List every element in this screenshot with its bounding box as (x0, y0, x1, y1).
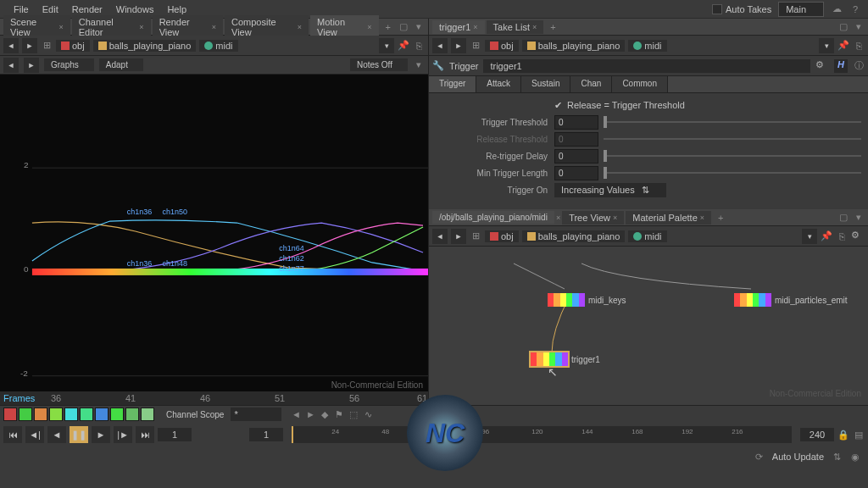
updown-icon[interactable]: ⇅ (831, 451, 843, 463)
end-frame-input[interactable]: 240 (800, 428, 834, 441)
menu-file[interactable]: File (7, 4, 36, 14)
node-midi-keys[interactable]: midi_keys (548, 293, 626, 307)
path-node[interactable]: midi (199, 40, 237, 52)
maximize-icon[interactable]: ▢ (398, 21, 409, 33)
close-icon[interactable]: × (139, 23, 143, 31)
adapt-dropdown[interactable]: Adapt (99, 58, 143, 71)
pin-icon[interactable]: 📌 (821, 230, 832, 242)
add-tab-button[interactable]: + (381, 20, 396, 34)
timeline-cursor[interactable] (292, 426, 293, 443)
take-dropdown[interactable]: Main (778, 2, 824, 17)
path-node[interactable]: midi (628, 230, 666, 242)
param-tab-sustain[interactable]: Sustain (521, 76, 570, 92)
menu-windows[interactable]: Windows (109, 4, 161, 14)
menu-icon[interactable]: ▾ (853, 21, 865, 33)
node-path-label[interactable]: /obj/balls_playing_piano/midi (432, 211, 554, 224)
tab-trigger1[interactable]: trigger1× (432, 20, 485, 34)
help-h-icon[interactable]: H (834, 59, 848, 73)
gear-icon[interactable]: ⚙ (851, 230, 865, 243)
color-button[interactable] (19, 408, 32, 421)
param-tab-chan[interactable]: Chan (570, 76, 612, 92)
path-dropdown-button[interactable]: ▾ (802, 229, 817, 244)
color-button[interactable] (34, 408, 47, 421)
refresh-icon[interactable]: ⟳ (754, 451, 765, 463)
nav-back-button[interactable]: ◄ (3, 38, 19, 53)
next-button[interactable]: ► (24, 58, 39, 73)
graph-menu-icon[interactable]: ▾ (413, 59, 425, 71)
tab-material-palette[interactable]: Material Palette× (626, 211, 711, 225)
help-icon[interactable]: ? (849, 3, 861, 15)
param-tab-trigger[interactable]: Trigger (429, 76, 476, 92)
min-trigger-length-input[interactable]: 0 (554, 166, 598, 180)
retrigger-delay-input[interactable]: 0 (554, 149, 598, 164)
path-dropdown-button[interactable]: ▾ (379, 38, 394, 53)
graphs-dropdown[interactable]: Graphs (44, 58, 94, 71)
add-tab-button[interactable]: + (713, 211, 728, 225)
release-eq-toggle[interactable]: ✔ Release = Trigger Threshold (429, 97, 868, 114)
path-scene[interactable]: balls_playing_piano (522, 230, 626, 242)
color-button[interactable] (64, 408, 78, 421)
play-forward-button[interactable]: ► (92, 426, 110, 443)
close-icon[interactable]: × (367, 23, 371, 31)
maximize-icon[interactable]: ▢ (837, 212, 849, 224)
notes-dropdown[interactable]: Notes Off (350, 58, 408, 71)
node-midi-particles-emit[interactable]: midi_particles_emit (734, 293, 848, 307)
graph-area[interactable]: 2 0 -2 ch1n36 ch1n50 (0, 75, 428, 405)
color-button[interactable] (95, 408, 108, 421)
close-icon[interactable]: × (613, 214, 617, 222)
menu-help[interactable]: Help (160, 4, 193, 14)
node-view[interactable]: midi_keys midi_particles_emit trigger1 ↖… (429, 247, 868, 405)
network-icon[interactable]: ⊞ (470, 230, 481, 242)
brain-icon[interactable]: ◉ (849, 451, 861, 463)
add-tab-button[interactable]: + (545, 20, 560, 34)
auto-takes-toggle[interactable]: Auto Takes (712, 4, 771, 14)
retrigger-delay-slider[interactable] (604, 151, 861, 161)
next-key-button[interactable]: |► (114, 426, 132, 443)
menu-icon[interactable]: ▾ (413, 21, 425, 33)
trigger-threshold-input[interactable]: 0 (554, 115, 598, 130)
pin-icon[interactable]: 📌 (398, 40, 409, 52)
current-frame-input[interactable]: 1 (158, 428, 192, 441)
path-obj[interactable]: obj (485, 40, 519, 52)
close-icon[interactable]: × (700, 214, 704, 222)
pin-icon[interactable]: 📌 (837, 40, 849, 52)
cloud-icon[interactable]: ☁ (831, 3, 843, 15)
menu-render[interactable]: Render (65, 4, 109, 14)
range-menu-icon[interactable]: ▤ (853, 429, 865, 441)
start-frame-input[interactable]: 1 (249, 428, 283, 441)
trigger-on-dropdown[interactable]: Increasing Values⇅ (554, 183, 666, 197)
frame-ruler[interactable]: Frames 36 41 46 51 56 61 (0, 391, 428, 405)
scope-flag-icon[interactable]: ⚑ (333, 408, 345, 420)
link-icon[interactable]: ⎘ (853, 40, 865, 52)
close-icon[interactable]: × (58, 23, 63, 31)
nav-back-button[interactable]: ◄ (432, 38, 448, 53)
timeline-track[interactable]: 24 48 72 96 120 144 168 192 216 (292, 426, 792, 443)
trigger-name-input[interactable]: trigger1 (483, 59, 810, 73)
close-icon[interactable]: × (298, 23, 302, 31)
menu-icon[interactable]: ▾ (853, 212, 865, 224)
info-icon[interactable]: ⓘ (853, 60, 865, 72)
scope-key-icon[interactable]: ◆ (319, 408, 331, 420)
path-obj[interactable]: obj (485, 230, 519, 242)
trigger-threshold-slider[interactable] (604, 117, 861, 127)
color-button[interactable] (141, 408, 154, 421)
gear-icon[interactable]: ⚙ (815, 59, 829, 73)
path-obj[interactable]: obj (56, 40, 90, 52)
close-icon[interactable]: × (532, 23, 537, 31)
tab-tree-view[interactable]: Tree View× (562, 211, 624, 225)
network-icon[interactable]: ⊞ (470, 40, 481, 52)
color-button[interactable] (3, 408, 17, 421)
color-button[interactable] (110, 408, 124, 421)
node-trigger1[interactable]: trigger1 (531, 352, 600, 366)
close-icon[interactable]: × (473, 23, 477, 31)
link-icon[interactable]: ⎘ (836, 230, 848, 242)
color-button[interactable] (49, 408, 63, 421)
path-scene[interactable]: balls_playing_piano (93, 40, 197, 52)
link-icon[interactable]: ⎘ (413, 40, 425, 52)
path-dropdown-button[interactable]: ▾ (819, 38, 834, 53)
close-icon[interactable]: × (212, 23, 216, 31)
first-frame-button[interactable]: ⏮ (3, 426, 22, 443)
last-frame-button[interactable]: ⏭ (136, 426, 154, 443)
path-node[interactable]: midi (628, 40, 666, 52)
prev-button[interactable]: ◄ (3, 58, 19, 73)
